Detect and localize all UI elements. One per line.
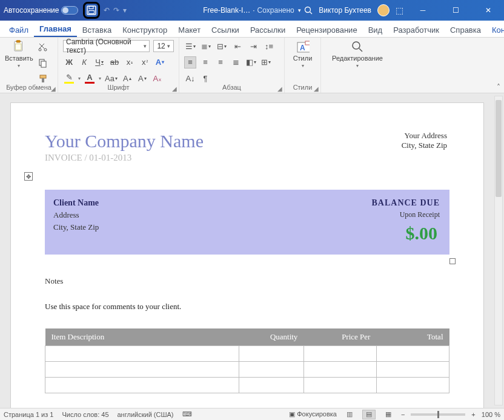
show-marks-button[interactable]: ¶ <box>199 72 211 84</box>
align-center-button[interactable]: ≡ <box>199 56 211 68</box>
user-avatar-icon[interactable] <box>377 4 390 16</box>
autosave-switch-icon[interactable] <box>61 6 78 15</box>
strikethrough-button[interactable]: ab <box>108 56 121 68</box>
decrease-indent-button[interactable]: ⇤ <box>231 40 244 52</box>
sort-button[interactable]: A↓ <box>184 72 196 84</box>
underline-button[interactable]: Ч▾ <box>93 56 105 68</box>
align-right-button[interactable]: ≡ <box>214 56 227 68</box>
client-name[interactable]: Client Name <box>53 198 99 208</box>
status-language[interactable]: английский (США) <box>118 411 174 418</box>
line-spacing-button[interactable]: ↕≡ <box>263 40 275 52</box>
vertical-scrollbar[interactable] <box>494 96 503 405</box>
editing-button[interactable]: Редактирование ▾ <box>326 40 389 68</box>
your-address-line1[interactable]: Your Address <box>402 131 447 141</box>
balance-due-label[interactable]: BALANCE DUE <box>371 198 440 208</box>
table-row[interactable] <box>45 346 449 362</box>
focus-mode-button[interactable]: ▣ Фокусировка <box>289 410 337 418</box>
tab-review[interactable]: Рецензирование <box>291 23 362 37</box>
dialog-launcher-styles[interactable]: ◢ <box>314 85 319 92</box>
zoom-slider[interactable] <box>411 413 465 416</box>
upon-receipt[interactable]: Upon Receipt <box>371 210 440 219</box>
grow-font-button[interactable]: A▴ <box>121 72 133 84</box>
borders-button[interactable]: ⊞▾ <box>260 56 272 68</box>
justify-button[interactable]: ≣ <box>230 56 242 68</box>
document-page[interactable]: Your Address City, State Zip Your Compan… <box>11 103 483 408</box>
your-address-line2[interactable]: City, State Zip <box>402 141 447 150</box>
items-table[interactable]: Item Description Quantity Price Per Tota… <box>45 328 449 393</box>
table-move-handle[interactable]: ✥ <box>24 172 33 181</box>
redo-button[interactable]: ↷ <box>113 6 119 15</box>
zoom-in-button[interactable]: + <box>471 411 475 418</box>
web-layout-button[interactable]: ▦ <box>382 410 395 419</box>
font-name-input[interactable]: Cambria (Основной текст)▾ <box>63 40 150 52</box>
italic-button[interactable]: К <box>78 56 90 68</box>
font-size-input[interactable]: 12▾ <box>153 40 174 52</box>
client-city[interactable]: City, State Zip <box>53 222 99 232</box>
cut-button[interactable] <box>37 41 49 53</box>
client-address[interactable]: Address <box>53 210 99 220</box>
shrink-font-button[interactable]: A▾ <box>136 72 148 84</box>
print-layout-button[interactable]: ▤ <box>362 410 376 419</box>
table-row[interactable] <box>45 362 449 378</box>
status-word-count[interactable]: Число слов: 45 <box>62 411 108 418</box>
tab-mailings[interactable]: Рассылки <box>245 23 291 37</box>
document-name[interactable]: Free-Blank-I… <box>203 6 250 15</box>
tab-developer[interactable]: Разработчик <box>388 23 445 37</box>
chevron-down-icon[interactable]: ▾ <box>298 7 301 13</box>
bullets-button[interactable]: ☰▾ <box>184 40 196 52</box>
table-resize-handle[interactable] <box>449 258 456 264</box>
collapse-ribbon-button[interactable]: ˄ <box>497 83 500 92</box>
tab-file[interactable]: Файл <box>4 23 34 37</box>
tab-insert[interactable]: Вставка <box>77 23 117 37</box>
change-case-button[interactable]: Aa▾ <box>104 72 118 84</box>
highlight-button[interactable]: ✎ <box>63 72 75 84</box>
balance-amount[interactable]: $.00 <box>371 223 440 244</box>
search-button[interactable] <box>304 6 313 15</box>
invoice-line[interactable]: INVOICE / 01-01-2013 <box>45 153 449 163</box>
copy-button[interactable] <box>37 57 49 69</box>
font-color-button[interactable]: А <box>84 72 96 84</box>
increase-indent-button[interactable]: ⇥ <box>247 40 259 52</box>
balance-box[interactable]: Client Name Address City, State Zip BALA… <box>45 190 449 255</box>
tab-references[interactable]: Ссылки <box>206 23 245 37</box>
dialog-launcher-clipboard[interactable]: ◢ <box>51 85 56 92</box>
superscript-button[interactable]: x² <box>139 56 151 68</box>
bold-button[interactable]: Ж <box>63 56 75 68</box>
tab-design[interactable]: Конструктор <box>117 23 173 37</box>
numbering-button[interactable]: ≣▾ <box>200 40 212 52</box>
align-left-button[interactable]: ≡ <box>184 56 196 68</box>
dialog-launcher-font[interactable]: ◢ <box>172 85 177 92</box>
accessibility-icon[interactable]: ⌨ <box>182 410 192 418</box>
tab-view[interactable]: Вид <box>363 23 388 37</box>
tab-layout[interactable]: Макет <box>173 23 206 37</box>
styles-button[interactable]: A Стили ▾ <box>290 40 316 68</box>
text-effects-button[interactable]: A▾ <box>154 56 166 68</box>
qat-customize-button[interactable]: ▾ <box>123 6 127 15</box>
read-mode-button[interactable]: ▥ <box>343 410 356 419</box>
autosave-toggle[interactable]: Автосохранение <box>4 6 78 15</box>
close-button[interactable]: ✕ <box>475 0 502 21</box>
tab-help[interactable]: Справка <box>445 23 486 37</box>
user-name[interactable]: Виктор Бухтеев <box>319 6 371 15</box>
paste-button[interactable]: Вставить ▾ <box>5 40 33 68</box>
format-painter-button[interactable] <box>37 73 49 85</box>
tab-home[interactable]: Главная <box>34 22 77 37</box>
zoom-out-button[interactable]: − <box>401 411 405 418</box>
status-page[interactable]: Страница 1 из 1 <box>4 411 53 418</box>
maximize-button[interactable]: ☐ <box>442 0 469 21</box>
company-name[interactable]: Your Company Name <box>45 131 449 152</box>
undo-button[interactable]: ↶ <box>104 6 110 15</box>
save-button[interactable] <box>83 2 100 19</box>
clear-formatting-button[interactable]: Aₓ <box>151 72 164 84</box>
ribbon-display-options[interactable]: ⬚ <box>396 5 403 15</box>
minimize-button[interactable]: ─ <box>409 0 436 21</box>
zoom-level[interactable]: 100 % <box>482 411 500 418</box>
tab-table-design[interactable]: Конструктор <box>486 23 504 37</box>
shading-button[interactable]: ◧▾ <box>245 56 257 68</box>
dialog-launcher-paragraph[interactable]: ◢ <box>277 85 282 92</box>
notes-heading[interactable]: Notes <box>45 276 449 286</box>
multilevel-list-button[interactable]: ⊟▾ <box>216 40 228 52</box>
subscript-button[interactable]: x₂ <box>124 56 136 68</box>
notes-text[interactable]: Use this space for comments to your clie… <box>45 302 449 312</box>
table-row[interactable] <box>45 378 449 393</box>
